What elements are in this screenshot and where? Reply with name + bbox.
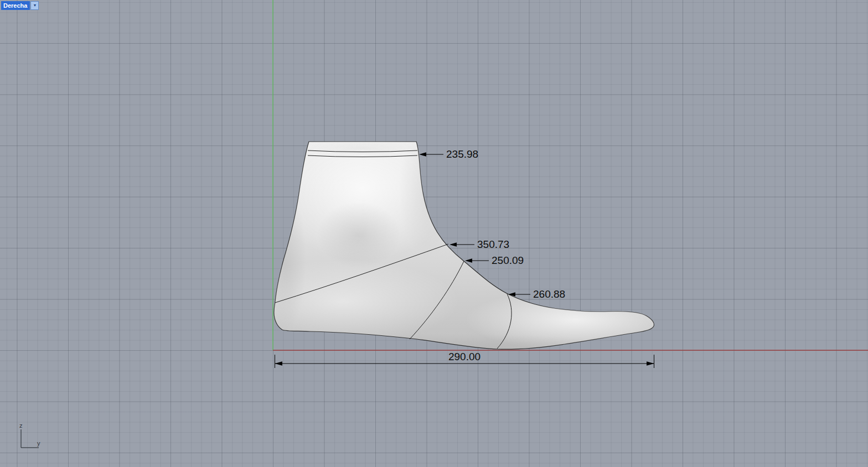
axis-gizmo xyxy=(21,429,39,448)
dimension-value-ball-girth[interactable]: 260.88 xyxy=(533,288,565,300)
viewport-title-label[interactable]: Derecha xyxy=(1,1,30,10)
scene-canvas xyxy=(0,0,868,467)
dimension-value-last-length[interactable]: 290.00 xyxy=(440,351,489,363)
cad-viewport-right[interactable]: 235.98 350.73 250.09 260.88 290.00 Derec… xyxy=(0,0,868,467)
dimension-value-waist-girth[interactable]: 250.09 xyxy=(492,255,524,267)
viewport-title[interactable]: Derecha ▼ xyxy=(1,1,39,10)
axis-y-label: y xyxy=(37,440,40,447)
leader-instep-girth[interactable] xyxy=(450,242,474,247)
leader-topline-girth[interactable] xyxy=(419,152,443,157)
dimension-value-topline-girth[interactable]: 235.98 xyxy=(446,148,478,160)
dimension-value-instep-girth[interactable]: 350.73 xyxy=(477,238,509,251)
axis-z-label: z xyxy=(19,422,23,429)
leader-waist-girth[interactable] xyxy=(465,258,489,263)
viewport-dropdown-icon[interactable]: ▼ xyxy=(30,1,39,10)
